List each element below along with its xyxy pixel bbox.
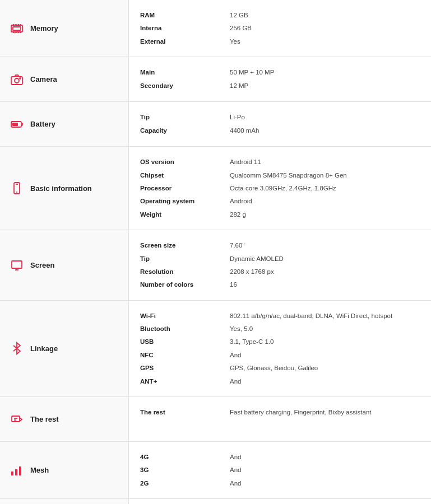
section-title-screen: Screen bbox=[30, 261, 54, 269]
spec-values-battery: Li-Po4400 mAh bbox=[230, 112, 420, 136]
spec-keys-mesh: 4G3G2G bbox=[140, 452, 230, 488]
spec-value: Yes bbox=[230, 36, 420, 46]
spec-values-basic-info: Android 11Qualcomm SM8475 Snapdragon 8+ … bbox=[230, 157, 420, 220]
spec-key: External bbox=[140, 36, 230, 46]
spec-key: Wi-Fi bbox=[140, 311, 230, 321]
section-linkage: LinkageWi-FiBluetoothUSBNFCGPSANT+802.11… bbox=[0, 301, 431, 397]
spec-key: Tip bbox=[140, 254, 230, 264]
spec-key: OS version bbox=[140, 157, 230, 167]
bluetooth-icon bbox=[9, 340, 25, 356]
svg-rect-27 bbox=[12, 416, 20, 422]
spec-key: NFC bbox=[140, 350, 230, 360]
spec-value: And bbox=[230, 465, 420, 475]
section-content-dimensions: HeightWidthThickness158.00mm6.00mm128.00… bbox=[129, 499, 431, 504]
spec-key: 3G bbox=[140, 465, 230, 475]
phone-icon bbox=[9, 180, 25, 196]
section-label-dimensions: Dimensions bbox=[0, 499, 129, 504]
spec-key: 2G bbox=[140, 478, 230, 488]
spec-key: 4G bbox=[140, 452, 230, 462]
spec-values-mesh: AndAndAnd bbox=[230, 452, 420, 488]
spec-key: Main bbox=[140, 67, 230, 77]
spec-value: 2208 x 1768 px bbox=[230, 267, 420, 277]
svg-point-13 bbox=[15, 78, 19, 83]
battery-icon bbox=[9, 116, 25, 132]
section-camera: CameraMainSecondary50 MP + 10 MP12 MP bbox=[0, 57, 431, 102]
spec-keys-basic-info: OS versionChipsetProcessorOperating syst… bbox=[140, 157, 230, 220]
spec-keys-screen: Screen sizeTipResolutionNumber of colors bbox=[140, 240, 230, 290]
spec-keys-linkage: Wi-FiBluetoothUSBNFCGPSANT+ bbox=[140, 311, 230, 386]
svg-point-22 bbox=[16, 192, 17, 193]
section-label-screen: Screen bbox=[0, 230, 129, 300]
spec-values-the-rest: Fast battery charging, Fingerprint, Bixb… bbox=[230, 407, 420, 431]
spec-keys-battery: TipCapacity bbox=[140, 112, 230, 136]
section-content-linkage: Wi-FiBluetoothUSBNFCGPSANT+802.11 a/b/g/… bbox=[129, 301, 431, 396]
spec-keys-memory: RAMInternaExternal bbox=[140, 10, 230, 46]
spec-value: Dynamic AMOLED bbox=[230, 254, 420, 264]
spec-values-memory: 12 GB256 GBYes bbox=[230, 10, 420, 46]
spec-value: 256 GB bbox=[230, 23, 420, 33]
spec-values-camera: 50 MP + 10 MP12 MP bbox=[230, 67, 420, 91]
section-title-camera: Camera bbox=[30, 75, 57, 83]
section-label-basic-info: Basic information bbox=[0, 147, 129, 230]
spec-keys-camera: MainSecondary bbox=[140, 67, 230, 91]
spec-value: Android 11 bbox=[230, 157, 420, 167]
section-title-mesh: Mesh bbox=[30, 466, 49, 474]
spec-value: And bbox=[230, 452, 420, 462]
svg-rect-11 bbox=[13, 27, 21, 30]
spec-key: Interna bbox=[140, 23, 230, 33]
spec-key: The rest bbox=[140, 407, 230, 417]
section-battery: BatteryTipCapacityLi-Po4400 mAh bbox=[0, 102, 431, 147]
spec-key: Processor bbox=[140, 183, 230, 193]
spec-value: Fast battery charging, Fingerprint, Bixb… bbox=[230, 407, 420, 417]
section-label-the-rest: The rest bbox=[0, 397, 129, 441]
svg-point-14 bbox=[20, 78, 21, 79]
section-content-basic-info: OS versionChipsetProcessorOperating syst… bbox=[129, 147, 431, 230]
svg-rect-23 bbox=[12, 261, 22, 268]
section-title-linkage: Linkage bbox=[30, 344, 58, 353]
screen-icon bbox=[9, 257, 25, 273]
section-label-battery: Battery bbox=[0, 102, 129, 146]
spec-key: USB bbox=[140, 337, 230, 347]
section-the-rest: The restThe restFast battery charging, F… bbox=[0, 397, 431, 442]
spec-value: 7.60" bbox=[230, 240, 420, 250]
spec-value: 16 bbox=[230, 279, 420, 290]
svg-rect-19 bbox=[12, 123, 18, 126]
svg-rect-31 bbox=[15, 469, 17, 475]
spec-value: 50 MP + 10 MP bbox=[230, 67, 420, 77]
spec-key: ANT+ bbox=[140, 376, 230, 386]
section-screen: ScreenScreen sizeTipResolutionNumber of … bbox=[0, 230, 431, 301]
spec-value: And bbox=[230, 376, 420, 386]
spec-key: Operating system bbox=[140, 196, 230, 206]
section-dimensions: DimensionsHeightWidthThickness158.00mm6.… bbox=[0, 499, 431, 504]
spec-key: RAM bbox=[140, 10, 230, 20]
section-basic-info: Basic informationOS versionChipsetProces… bbox=[0, 147, 431, 230]
spec-value: 12 GB bbox=[230, 10, 420, 20]
spec-value: Qualcomm SM8475 Snapdragon 8+ Gen bbox=[230, 170, 420, 180]
spec-key: Number of colors bbox=[140, 279, 230, 290]
spec-value: Yes, 5.0 bbox=[230, 324, 420, 334]
spec-key: Bluetooth bbox=[140, 324, 230, 334]
spec-value: Li-Po bbox=[230, 112, 420, 122]
section-content-screen: Screen sizeTipResolutionNumber of colors… bbox=[129, 230, 431, 300]
svg-rect-32 bbox=[19, 466, 21, 475]
spec-key: Chipset bbox=[140, 170, 230, 180]
section-content-memory: RAMInternaExternal12 GB256 GBYes bbox=[129, 0, 431, 57]
camera-icon bbox=[9, 72, 25, 87]
spec-value: And bbox=[230, 478, 420, 488]
spec-key: Secondary bbox=[140, 81, 230, 91]
spec-key: Screen size bbox=[140, 240, 230, 250]
spec-value: 802.11 a/b/g/n/ac, dual-band, DLNA, WiFi… bbox=[230, 311, 420, 321]
section-content-camera: MainSecondary50 MP + 10 MP12 MP bbox=[129, 57, 431, 101]
memory-icon bbox=[9, 21, 25, 36]
spec-value: 282 g bbox=[230, 209, 420, 220]
spec-value: 3.1, Type-C 1.0 bbox=[230, 337, 420, 347]
section-title-memory: Memory bbox=[30, 24, 58, 32]
section-memory: MemoryRAMInternaExternal12 GB256 GBYes bbox=[0, 0, 431, 57]
spec-values-screen: 7.60"Dynamic AMOLED2208 x 1768 px16 bbox=[230, 240, 420, 290]
spec-keys-the-rest: The rest bbox=[140, 407, 230, 431]
section-title-battery: Battery bbox=[30, 120, 55, 128]
spec-key: GPS bbox=[140, 363, 230, 373]
section-title-basic-info: Basic information bbox=[30, 184, 92, 193]
section-mesh: Mesh4G3G2GAndAndAnd bbox=[0, 442, 431, 499]
section-title-the-rest: The rest bbox=[30, 415, 59, 423]
